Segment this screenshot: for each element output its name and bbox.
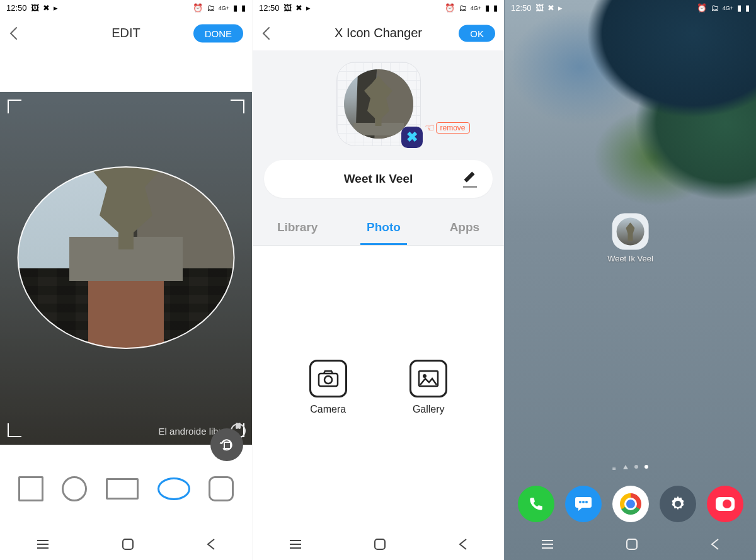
dock (505, 477, 756, 529)
photo-source-options: Camera Gallery (253, 246, 504, 529)
alarm-icon: ⏰ (445, 3, 455, 13)
image-icon: 🖼 (536, 3, 544, 13)
home-button[interactable] (122, 538, 134, 551)
svg-point-13 (579, 501, 581, 503)
signal-icon: ▮ (485, 3, 490, 13)
shortcut-icon (612, 213, 649, 249)
remove-badge-button[interactable]: ☜ remove (425, 121, 470, 135)
icon-preview: ✖ (336, 62, 421, 146)
status-bar: 12:50 🖼 ✖ ▸ ⏰ 🗂 4G+ ▮ ▮ (253, 0, 504, 16)
shape-rounded-rect[interactable] (209, 476, 234, 501)
spacer (0, 50, 252, 92)
play-icon: ▸ (306, 3, 311, 13)
svg-rect-12 (375, 539, 385, 549)
app-indicator-icon: ✖ (43, 3, 50, 13)
app-shortcut-weet-ik-veel[interactable]: Weet Ik Veel (607, 213, 653, 263)
crop-canvas[interactable]: El androide libre (0, 92, 252, 445)
shape-selector (0, 464, 252, 514)
page-home-icon (623, 465, 628, 469)
recents-button[interactable] (289, 539, 302, 549)
camera-icon (309, 360, 347, 397)
shape-rectangle[interactable] (106, 478, 139, 500)
screen-icon-changer: 12:50 🖼 ✖ ▸ ⏰ 🗂 4G+ ▮ ▮ X Icon Changer O… (252, 0, 504, 560)
back-nav-button[interactable] (206, 538, 216, 551)
image-icon: 🖼 (31, 3, 39, 13)
shape-oval[interactable] (158, 477, 190, 500)
storage-icon: 🗂 (711, 3, 719, 13)
crop-ellipse-handle[interactable] (18, 166, 235, 349)
play-icon: ▸ (54, 3, 58, 13)
pointer-icon: ☜ (425, 121, 435, 135)
shape-square[interactable] (18, 476, 43, 501)
gallery-icon (410, 360, 447, 397)
svg-point-15 (585, 501, 588, 503)
back-nav-button[interactable] (710, 538, 720, 551)
shape-circle[interactable] (62, 476, 87, 501)
battery-icon: ▮ (241, 3, 246, 13)
page-indicator[interactable]: ≡ (505, 460, 756, 477)
dock-chrome[interactable] (612, 486, 649, 522)
back-button[interactable] (9, 26, 18, 40)
app-indicator-icon: ✖ (295, 3, 302, 13)
toolbar (0, 445, 252, 514)
tab-photo[interactable]: Photo (360, 212, 407, 245)
tab-apps[interactable]: Apps (444, 212, 486, 245)
dock-messages[interactable] (565, 486, 602, 522)
svg-point-6 (324, 376, 332, 384)
image-icon: 🖼 (284, 3, 292, 13)
page-dot-active (644, 465, 648, 469)
status-time: 12:50 (6, 3, 27, 13)
alarm-icon: ⏰ (193, 3, 203, 13)
dock-camera[interactable] (707, 486, 743, 522)
svg-rect-4 (123, 539, 133, 549)
screen-home: 12:50 🖼 ✖ ▸ ⏰ 🗂 4G+ ▮ ▮ Weet Ik Veel ≡ (504, 0, 756, 560)
home-screen-page[interactable]: Weet Ik Veel (505, 16, 756, 460)
option-gallery-label: Gallery (413, 404, 445, 415)
play-icon: ▸ (558, 3, 563, 13)
signal-icon: ▮ (233, 3, 238, 13)
status-time: 12:50 (259, 3, 280, 13)
dock-phone[interactable] (518, 486, 554, 522)
back-button[interactable] (261, 26, 270, 40)
network-type: 4G+ (219, 5, 229, 11)
system-nav-bar (0, 529, 252, 560)
option-camera-label: Camera (310, 404, 346, 415)
signal-icon: ▮ (737, 3, 742, 13)
header-bar: EDIT DONE (0, 16, 252, 50)
status-bar: 12:50 🖼 ✖ ▸ ⏰ 🗂 4G+ ▮ ▮ (505, 0, 756, 16)
ok-button[interactable]: OK (459, 25, 495, 42)
svg-point-8 (423, 374, 427, 378)
option-gallery[interactable]: Gallery (410, 360, 447, 415)
tab-library[interactable]: Library (271, 212, 324, 245)
status-time: 12:50 (511, 3, 532, 13)
back-nav-button[interactable] (458, 538, 468, 551)
storage-icon: 🗂 (207, 3, 215, 13)
app-badge-icon: ✖ (401, 127, 423, 148)
storage-icon: 🗂 (459, 3, 467, 13)
app-name-input[interactable]: Weet Ik Veel (264, 160, 493, 198)
battery-icon: ▮ (745, 3, 750, 13)
option-camera[interactable]: Camera (309, 360, 347, 415)
app-indicator-icon: ✖ (547, 3, 554, 13)
dock-settings[interactable] (660, 486, 696, 522)
home-button[interactable] (626, 538, 638, 551)
edit-icon[interactable] (462, 171, 478, 186)
remove-label: remove (436, 122, 470, 134)
camera-icon (716, 497, 735, 511)
done-button[interactable]: DONE (193, 24, 243, 42)
chrome-icon (620, 493, 641, 515)
system-nav-bar (505, 529, 756, 560)
svg-point-16 (675, 501, 680, 506)
tab-bar: Library Photo Apps (253, 212, 504, 246)
status-bar: 12:50 🖼 ✖ ▸ ⏰ 🗂 4G+ ▮ ▮ (0, 0, 252, 16)
shortcut-label: Weet Ik Veel (607, 253, 653, 263)
recents-button[interactable] (541, 539, 554, 549)
header-bar: X Icon Changer OK (253, 16, 504, 50)
network-type: 4G+ (471, 5, 481, 11)
home-button[interactable] (374, 538, 386, 551)
screen-edit-crop: 12:50 🖼 ✖ ▸ ⏰ 🗂 4G+ ▮ ▮ EDIT DONE (0, 0, 252, 560)
recents-button[interactable] (36, 539, 50, 549)
app-name-text: Weet Ik Veel (294, 172, 462, 186)
battery-icon: ▮ (493, 3, 498, 13)
alarm-icon: ⏰ (697, 3, 707, 13)
